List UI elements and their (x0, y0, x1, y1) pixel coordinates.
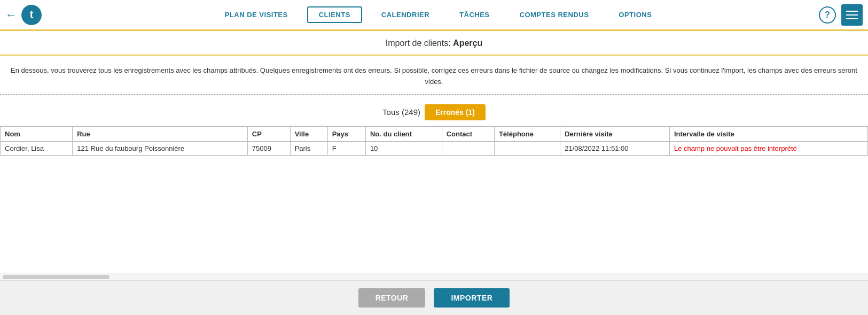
page-title-prefix: Import de clients: (386, 39, 453, 48)
menu-button[interactable] (841, 4, 863, 26)
col-pays: Pays (327, 126, 365, 141)
filter-bar: Tous (249) Erronés (1) (0, 99, 868, 126)
cell-rue: 121 Rue du faubourg Poissonnière (73, 141, 248, 155)
cell-cp: 75009 (247, 141, 290, 155)
importer-button[interactable]: IMPORTER (434, 288, 510, 308)
table-container: Nom Rue CP Ville Pays No. du client Cont… (0, 126, 868, 273)
description-text: En dessous, vous trouverez tous les enre… (0, 56, 868, 95)
table-row: Cordier, Lisa121 Rue du faubourg Poisson… (1, 141, 868, 155)
col-intervalle: Intervalle de visite (669, 126, 867, 141)
logo: t (21, 5, 42, 25)
cell-derniere-visite: 21/08/2022 11:51:00 (560, 141, 670, 155)
col-nom: Nom (1, 126, 73, 141)
filter-error-button[interactable]: Erronés (1) (425, 104, 486, 120)
cell-pays: F (327, 141, 365, 155)
footer: RETOUR IMPORTER (0, 280, 868, 315)
main-content: En dessous, vous trouverez tous les enre… (0, 56, 868, 280)
nav-bar: PLAN DE VISITES CLIENTS CALENDRIER TÂCHE… (58, 1, 819, 28)
cell-ville: Paris (290, 141, 327, 155)
cell-intervalle: Le champ ne pouvait pas être interprété (669, 141, 867, 155)
nav-item-plan-de-visites[interactable]: PLAN DE VISITES (210, 1, 303, 28)
cell-nom: Cordier, Lisa (1, 141, 73, 155)
col-rue: Rue (73, 126, 248, 141)
filter-all-label: Tous (249) (382, 107, 420, 117)
retour-button[interactable]: RETOUR (358, 288, 426, 308)
col-no-client: No. du client (365, 126, 442, 141)
nav-item-comptes-rendus[interactable]: COMPTES RENDUS (505, 1, 604, 28)
menu-icon-line1 (846, 11, 858, 12)
scroll-hint (0, 273, 868, 280)
scroll-bar[interactable] (3, 275, 110, 279)
col-cp: CP (247, 126, 290, 141)
header: ← t PLAN DE VISITES CLIENTS CALENDRIER T… (0, 0, 868, 31)
cell-no-client: 10 (365, 141, 442, 155)
nav-item-taches[interactable]: TÂCHES (444, 1, 504, 28)
col-ville: Ville (290, 126, 327, 141)
back-button[interactable]: ← (5, 8, 17, 22)
nav-item-calendrier[interactable]: CALENDRIER (366, 1, 444, 28)
nav-item-clients[interactable]: CLIENTS (307, 6, 362, 23)
header-actions: ? (819, 4, 863, 26)
nav-item-options[interactable]: OPTIONS (604, 1, 667, 28)
help-button[interactable]: ? (819, 6, 836, 24)
menu-icon-line2 (846, 14, 858, 16)
col-contact: Contact (442, 126, 494, 141)
col-telephone: Téléphone (494, 126, 560, 141)
cell-telephone (494, 141, 560, 155)
table-header-row: Nom Rue CP Ville Pays No. du client Cont… (1, 126, 868, 141)
clients-table: Nom Rue CP Ville Pays No. du client Cont… (0, 126, 868, 156)
menu-icon-line3 (846, 18, 858, 19)
page-title-bold: Aperçu (453, 39, 482, 48)
logo-letter: t (30, 9, 34, 21)
col-derniere-visite: Dernière visite (560, 126, 670, 141)
page-title-bar: Import de clients: Aperçu (0, 31, 868, 56)
cell-contact (442, 141, 494, 155)
